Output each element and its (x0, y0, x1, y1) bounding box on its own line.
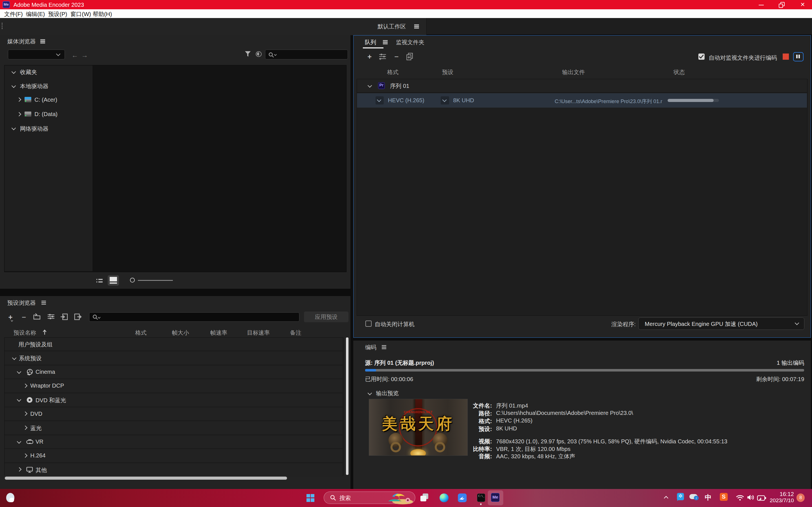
preset-row-user[interactable]: 用户预设及组 (4, 338, 343, 351)
menu-help[interactable]: 帮助(H) (93, 10, 112, 18)
ime-indicator[interactable]: 中 (705, 493, 712, 502)
filter-icon[interactable] (245, 51, 251, 57)
back-arrow-icon[interactable]: ← (71, 51, 78, 59)
qcol-status[interactable]: 状态 (673, 68, 685, 76)
job-format[interactable]: HEVC (H.265) (388, 97, 424, 104)
forward-arrow-icon[interactable]: → (81, 51, 88, 59)
preset-row-dvd-bluray[interactable]: DVD 和蓝光 (4, 393, 343, 407)
notification-badge[interactable]: 8 (797, 494, 805, 502)
export-preset-icon[interactable] (74, 313, 82, 320)
menu-edit[interactable]: 编辑(E) (26, 10, 45, 18)
watch-encode-checkbox[interactable] (698, 54, 705, 60)
sogou-icon[interactable]: S (720, 493, 728, 501)
preset-browser-menu-icon[interactable] (42, 302, 46, 303)
media-encoder-taskbar-button[interactable]: Me (488, 490, 503, 505)
remove-job-button[interactable]: − (395, 54, 399, 59)
job-output-path[interactable]: C:\User...ts\Adobe\Premiere Pro\23.0\序列 … (555, 98, 662, 105)
qcol-output[interactable]: 输出文件 (562, 68, 585, 76)
workspace-tab[interactable]: 默认工作区 (0, 18, 426, 35)
media-search-input[interactable] (265, 50, 348, 59)
minimize-button[interactable] (751, 0, 771, 9)
list-view-icon[interactable] (96, 278, 103, 283)
media-encoder-icon: Me (491, 493, 500, 502)
preset-row-vr[interactable]: VR (4, 436, 343, 449)
preset-row-bluray[interactable]: 蓝光 (4, 421, 343, 435)
qcol-format[interactable]: 格式 (387, 68, 398, 76)
zoom-slider-knob[interactable] (130, 278, 135, 283)
thumbnail-view-button[interactable] (108, 275, 119, 286)
pause-button[interactable] (793, 52, 804, 61)
add-preset-button[interactable]: + (8, 315, 12, 320)
duplicate-icon[interactable] (406, 53, 414, 60)
media-browser-content: 收藏夹 本地驱动器 C: (Acer) D: (Data) 网络驱动器 (4, 65, 347, 272)
horizontal-scrollbar[interactable] (5, 476, 287, 480)
queue-output-row[interactable]: HEVC (H.265) 8K UHD C:\User...ts\Adobe\P… (357, 93, 807, 108)
tree-item-local-drives[interactable]: 本地驱动器 (20, 82, 49, 90)
task-view-icon[interactable] (420, 494, 429, 502)
clock[interactable]: 16:12 2023/7/10 (751, 491, 794, 504)
tab-watch-folders[interactable]: 监视文件夹 (396, 39, 424, 46)
col-comment[interactable]: 备注 (290, 329, 301, 337)
col-target-rate[interactable]: 目标速率 (247, 329, 270, 337)
tree-item-favorites[interactable]: 收藏夹 (20, 68, 37, 76)
apply-preset-button[interactable]: 应用预设 (304, 312, 349, 323)
preset-row-system[interactable]: 系统预设 (4, 351, 343, 365)
preset-row-wraptor[interactable]: Wraptor DCP (4, 379, 343, 393)
import-preset-icon[interactable] (61, 313, 68, 320)
preset-search-input[interactable] (89, 313, 299, 322)
preset-row-other[interactable]: 其他 (4, 463, 343, 477)
qcol-preset[interactable]: 预设 (442, 68, 453, 76)
edge-icon[interactable] (440, 494, 448, 502)
thunder-icon[interactable] (458, 494, 467, 502)
start-button[interactable] (306, 494, 314, 502)
menu-file[interactable]: 文件(F) (4, 10, 23, 18)
tree-item-drive-c[interactable]: C: (Acer) (35, 97, 57, 103)
disc-icon (26, 397, 33, 403)
col-frame-rate[interactable]: 帧速率 (210, 329, 227, 337)
zoom-slider-track[interactable] (138, 280, 173, 281)
media-browser-dropdown[interactable] (8, 50, 65, 59)
taskbar-search[interactable]: 搜索 (324, 492, 415, 504)
weather-icon[interactable] (5, 492, 16, 503)
tray-cloud-icon[interactable]: i (689, 494, 698, 499)
tray-app-icon[interactable]: ✲ (677, 493, 684, 500)
col-preset-name[interactable]: 预设名称 (13, 329, 36, 337)
terminal-icon[interactable]: C:\_ (477, 494, 485, 502)
cinema-icon (26, 369, 33, 376)
remove-preset-button[interactable]: − (22, 315, 26, 320)
queue-menu-icon[interactable] (383, 42, 388, 43)
workspace-menu-icon[interactable] (414, 26, 419, 27)
encoding-menu-icon[interactable] (382, 347, 387, 348)
new-group-icon[interactable] (33, 313, 41, 320)
col-frame-size[interactable]: 帧大小 (172, 329, 189, 337)
tray-expand-icon[interactable] (664, 496, 668, 501)
preset-dropdown[interactable] (441, 96, 449, 105)
tab-queue[interactable]: 队列 (365, 39, 376, 46)
vertical-scrollbar[interactable] (346, 337, 349, 475)
menu-window[interactable]: 窗口(W) (70, 10, 91, 18)
tree-item-drive-d[interactable]: D: (Data) (35, 111, 57, 117)
col-format[interactable]: 格式 (135, 329, 146, 337)
add-output-icon[interactable] (379, 53, 386, 60)
media-browser-menu-icon[interactable] (40, 41, 45, 42)
stop-button[interactable] (783, 54, 789, 60)
wifi-icon[interactable] (736, 495, 744, 501)
job-preset[interactable]: 8K UHD (453, 97, 474, 104)
auto-shutdown-checkbox[interactable] (365, 321, 371, 327)
output-preview-label[interactable]: 输出预览 (376, 390, 399, 397)
field-label: 格式: (415, 417, 492, 425)
visibility-icon[interactable] (256, 51, 261, 57)
menu-preset[interactable]: 预设(P) (48, 10, 67, 18)
preset-row-h264[interactable]: H.264 (4, 449, 343, 463)
renderer-dropdown[interactable]: Mercury Playback Engine GPU 加速 (CUDA) (638, 318, 805, 330)
search-highlight-image (387, 493, 413, 503)
add-source-button[interactable]: + (367, 54, 371, 59)
close-button[interactable]: ✕ (792, 0, 812, 9)
queue-job-row[interactable]: Pr 序列 01 (357, 79, 807, 93)
restore-button[interactable] (772, 0, 792, 9)
preset-row-dvd[interactable]: DVD (4, 407, 343, 421)
preset-row-cinema[interactable]: Cinema (4, 365, 343, 379)
tree-item-network-drives[interactable]: 网络驱动器 (20, 125, 49, 133)
format-dropdown[interactable] (375, 96, 384, 105)
preset-settings-icon[interactable] (48, 314, 54, 320)
